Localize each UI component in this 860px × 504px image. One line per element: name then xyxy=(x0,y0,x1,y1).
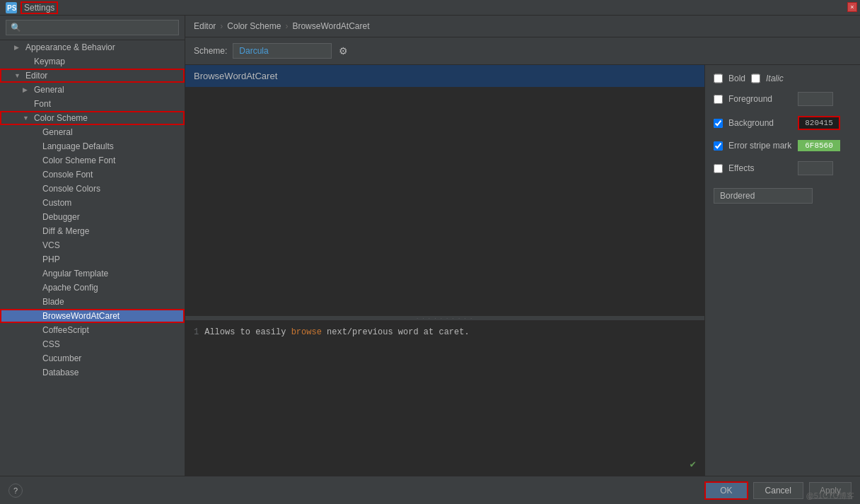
effects-dropdown-wrapper: Bordered Underline Bold Underline Strike… xyxy=(714,188,852,204)
sidebar-item-diffmerge[interactable]: Diff & Merge xyxy=(0,224,185,238)
breadcrumb-part-colorscheme: Color Scheme xyxy=(227,21,281,31)
sidebar-item-vcs[interactable]: VCS xyxy=(0,238,185,252)
sidebar-item-label: Database xyxy=(42,368,79,377)
sidebar-item-browse[interactable]: BrowseWordAtCaret xyxy=(0,309,185,323)
style-row: Bold Italic xyxy=(714,74,852,83)
sidebar-item-label: Apache Config xyxy=(42,283,98,293)
editor-empty-area xyxy=(185,88,704,316)
foreground-label: Foreground xyxy=(728,94,792,104)
line-number: 1 xyxy=(194,327,199,337)
sidebar-item-consolefont[interactable]: Console Font xyxy=(0,168,185,182)
scheme-row: Scheme: Darcula Default High Contrast ⚙ xyxy=(185,37,860,65)
sidebar-item-label: General xyxy=(34,85,64,95)
sidebar-item-php[interactable]: PHP xyxy=(0,252,185,266)
preview-area: 1Allows to easily browse next/previous w… xyxy=(185,320,704,476)
title-bar: PS Settings × xyxy=(0,0,860,16)
expand-arrow: ▼ xyxy=(14,72,23,79)
sidebar-item-label: CSS xyxy=(42,339,60,349)
svg-text:PS: PS xyxy=(7,4,17,12)
sidebar-item-css[interactable]: CSS xyxy=(0,337,185,351)
sidebar-item-blade[interactable]: Blade xyxy=(0,295,185,309)
sidebar-item-langdefaults[interactable]: Language Defaults xyxy=(0,139,185,153)
error-stripe-color-value[interactable]: 6F8560 xyxy=(798,140,840,151)
sidebar-item-label: Appearance & Behavior xyxy=(25,42,115,52)
sidebar-item-cs-general[interactable]: General xyxy=(0,125,185,139)
effects-row: Effects xyxy=(714,161,852,175)
editor-split: BrowseWordAtCaret · · · · · · · · · · 1A… xyxy=(185,65,860,476)
browse-section-header: BrowseWordAtCaret xyxy=(185,65,704,88)
sidebar-item-label: Color Scheme xyxy=(34,113,88,123)
effects-dropdown[interactable]: Bordered Underline Bold Underline Strike… xyxy=(714,188,813,204)
bold-checkbox[interactable] xyxy=(714,74,723,83)
error-stripe-row: Error stripe mark 6F8560 xyxy=(714,140,852,151)
italic-checkbox[interactable] xyxy=(751,74,760,83)
sidebar-item-label: CoffeeScript xyxy=(42,325,89,335)
sidebar-item-font[interactable]: Font xyxy=(0,97,185,111)
main-panel: Editor › Color Scheme › BrowseWordAtCare… xyxy=(185,16,860,476)
close-button[interactable]: × xyxy=(847,2,857,12)
watermark: @51CTO博客 xyxy=(806,491,854,501)
sidebar-item-database[interactable]: Database xyxy=(0,365,185,380)
settings-sidebar: ▶ Appearance & Behavior Keymap ▼ Editor … xyxy=(0,16,185,476)
breadcrumb-part-editor: Editor xyxy=(194,21,216,31)
preview-line: 1Allows to easily browse next/previous w… xyxy=(194,326,696,339)
window-controls: × xyxy=(847,2,857,12)
sidebar-item-editor[interactable]: ▼ Editor xyxy=(0,69,185,83)
error-stripe-label: Error stripe mark xyxy=(728,141,792,151)
sidebar-item-cucumber[interactable]: Cucumber xyxy=(0,351,185,365)
sidebar-item-appearance[interactable]: ▶ Appearance & Behavior xyxy=(0,40,185,54)
sidebar-item-label: Keymap xyxy=(34,57,65,66)
sidebar-item-apache[interactable]: Apache Config xyxy=(0,281,185,295)
error-stripe-checkbox[interactable] xyxy=(714,141,723,151)
help-button[interactable]: ? xyxy=(8,484,23,498)
sidebar-item-label: PHP xyxy=(42,254,60,264)
ok-button[interactable]: OK xyxy=(705,482,747,499)
sidebar-item-label: BrowseWordAtCaret xyxy=(42,311,120,321)
sidebar-item-label: Color Scheme Font xyxy=(42,156,115,165)
foreground-swatch[interactable] xyxy=(798,92,833,106)
preview-highlight-word: browse xyxy=(291,327,322,337)
breadcrumb: Editor › Color Scheme › BrowseWordAtCare… xyxy=(185,16,860,37)
effects-checkbox[interactable] xyxy=(714,164,723,173)
sidebar-item-general[interactable]: ▶ General xyxy=(0,83,185,97)
cancel-button[interactable]: Cancel xyxy=(753,482,803,499)
sidebar-item-cs-font[interactable]: Color Scheme Font xyxy=(0,153,185,168)
search-input[interactable] xyxy=(6,20,179,35)
sidebar-item-custom[interactable]: Custom xyxy=(0,196,185,210)
sidebar-item-colorscheme[interactable]: ▼ Color Scheme xyxy=(0,111,185,125)
sidebar-item-label: Language Defaults xyxy=(42,141,114,151)
effects-label: Effects xyxy=(728,163,792,173)
background-row: Background 820415 xyxy=(714,116,852,130)
sidebar-item-consolecolors[interactable]: Console Colors xyxy=(0,182,185,196)
background-checkbox[interactable] xyxy=(714,119,723,128)
sidebar-item-keymap[interactable]: Keymap xyxy=(0,54,185,69)
browse-section-title: BrowseWordAtCaret xyxy=(194,71,277,81)
foreground-row: Foreground xyxy=(714,92,852,106)
bold-label: Bold xyxy=(728,74,745,83)
right-panel: Bold Italic Foreground Background xyxy=(704,65,860,476)
sidebar-item-label: Editor xyxy=(25,71,47,81)
sidebar-item-label: Console Colors xyxy=(42,184,100,194)
foreground-checkbox[interactable] xyxy=(714,95,723,104)
sidebar-item-label: Custom xyxy=(42,198,71,208)
sidebar-item-label: Font xyxy=(34,99,51,109)
search-box xyxy=(0,16,185,40)
sidebar-item-coffeescript[interactable]: CoffeeScript xyxy=(0,323,185,337)
preview-text-before: Allows to easily xyxy=(204,327,291,337)
scheme-dropdown[interactable]: Darcula Default High Contrast xyxy=(233,43,332,59)
sidebar-item-label: General xyxy=(42,127,73,137)
sidebar-item-label: Angular Template xyxy=(42,269,108,279)
background-color-value[interactable]: 820415 xyxy=(798,116,840,130)
effects-swatch[interactable] xyxy=(798,161,833,175)
sidebar-item-label: Console Font xyxy=(42,170,93,180)
gear-button[interactable]: ⚙ xyxy=(337,44,349,58)
italic-label: Italic xyxy=(766,74,784,83)
sidebar-item-debugger[interactable]: Debugger xyxy=(0,210,185,224)
scheme-dropdown-wrapper: Darcula Default High Contrast xyxy=(233,43,332,59)
sidebar-item-angular[interactable]: Angular Template xyxy=(0,266,185,281)
sidebar-item-label: Blade xyxy=(42,297,64,307)
sidebar-item-label: Diff & Merge xyxy=(42,226,89,236)
preview-text-after: next/previous word at caret. xyxy=(322,327,470,337)
editor-left: BrowseWordAtCaret · · · · · · · · · · 1A… xyxy=(185,65,704,476)
window-title: Settings xyxy=(21,2,57,13)
